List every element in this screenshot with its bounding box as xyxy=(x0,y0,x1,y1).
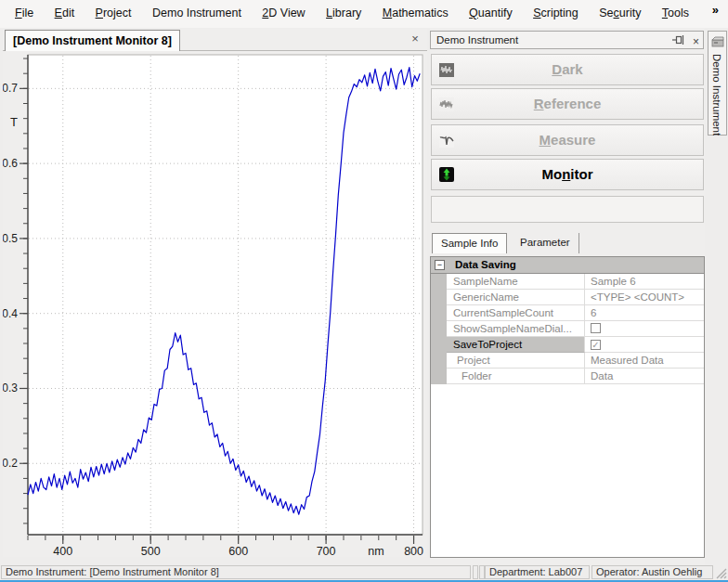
row-sample-name[interactable]: SampleName Sample 6 xyxy=(431,274,704,290)
instrument-panel: Demo Instrument × Dark Reference Measu xyxy=(430,28,705,564)
spectrum-plot: 0.20.30.40.50.60.7400500600700800Tnm xyxy=(3,51,427,557)
svg-text:800: 800 xyxy=(404,545,423,557)
property-label: Folder xyxy=(447,369,585,384)
property-label: SaveToProject xyxy=(447,337,585,353)
menu-tools[interactable]: Tools xyxy=(654,0,697,26)
reference-button-label: Reference xyxy=(534,96,602,111)
chart-tab-bar: [Demo Instrument Monitor 8] × xyxy=(3,29,427,51)
reference-button[interactable]: Reference xyxy=(431,88,704,120)
property-value[interactable]: 6 xyxy=(585,305,704,321)
property-group-label: Data Saving xyxy=(455,259,516,270)
tab-sample-info[interactable]: Sample Info xyxy=(432,233,507,253)
row-project[interactable]: Project Measured Data xyxy=(431,353,704,369)
chart-window-tab[interactable]: [Demo Instrument Monitor 8] xyxy=(5,30,180,51)
property-grid-empty-area xyxy=(431,384,704,557)
row-folder[interactable]: Folder Data xyxy=(431,369,704,384)
tab-parameter[interactable]: Parameter xyxy=(512,233,579,253)
toolbar-overflow-chevron-icon[interactable]: » xyxy=(712,0,719,20)
property-value[interactable]: Measured Data xyxy=(585,353,704,369)
checkbox-unchecked[interactable] xyxy=(591,323,601,333)
property-value: ✓ xyxy=(585,337,704,353)
sidetab-label: Demo Instrument xyxy=(711,54,722,136)
collapse-icon[interactable]: − xyxy=(435,260,445,270)
measure-button[interactable]: Measure xyxy=(431,124,704,156)
menu-mathematics[interactable]: Mathematics xyxy=(374,0,457,26)
svg-text:0.7: 0.7 xyxy=(3,82,18,95)
dark-button-label: Dark xyxy=(552,61,582,77)
svg-text:500: 500 xyxy=(141,545,161,557)
row-show-sample-name-dialog[interactable]: ShowSampleNameDial... xyxy=(431,321,704,337)
property-value[interactable]: Data xyxy=(585,369,704,384)
instrument-icon xyxy=(711,35,725,52)
svg-text:0.2: 0.2 xyxy=(3,457,18,470)
checkbox-checked[interactable]: ✓ xyxy=(591,340,601,350)
svg-text:0.6: 0.6 xyxy=(3,157,18,170)
instrument-panel-title: Demo Instrument xyxy=(436,34,518,45)
reference-icon xyxy=(439,97,455,112)
status-operator: Operator: Austin Oehlig xyxy=(592,565,713,579)
svg-text:nm: nm xyxy=(368,545,384,557)
instrument-panel-header: Demo Instrument × xyxy=(430,31,704,49)
property-group-data-saving[interactable]: − Data Saving xyxy=(431,257,704,274)
pin-icon[interactable] xyxy=(672,33,684,50)
row-current-sample-count[interactable]: CurrentSampleCount 6 xyxy=(431,305,704,321)
svg-text:700: 700 xyxy=(317,545,336,557)
monitor-button-label: Monitor xyxy=(541,166,592,182)
instrument-message-box xyxy=(431,196,704,223)
monitor-icon xyxy=(439,167,455,183)
menu-security[interactable]: Security xyxy=(591,0,649,26)
panel-close-icon[interactable]: × xyxy=(693,33,699,50)
property-value[interactable]: <TYPE> <COUNT> xyxy=(585,290,704,305)
svg-text:0.3: 0.3 xyxy=(3,382,18,394)
spectrum-chart: 0.20.30.40.50.60.7400500600700800Tnm xyxy=(3,51,427,557)
status-message: Demo Instrument: [Demo Instrument Monito… xyxy=(1,565,471,579)
monitor-button[interactable]: Monitor xyxy=(431,159,704,190)
monitor-chart-window: [Demo Instrument Monitor 8] × 0.20.30.40… xyxy=(3,29,427,557)
chart-close-icon[interactable]: × xyxy=(408,32,422,46)
dark-icon xyxy=(439,62,455,78)
property-label: Project xyxy=(447,353,585,369)
menu-library[interactable]: Library xyxy=(318,0,370,26)
sidetab-demo-instrument[interactable]: Demo Instrument xyxy=(708,31,727,136)
dark-button[interactable]: Dark xyxy=(431,54,704,85)
svg-text:T: T xyxy=(10,115,18,129)
property-value[interactable]: Sample 6 xyxy=(585,274,704,290)
menu-bar: File Edit Project Demo Instrument 2D Vie… xyxy=(0,0,728,28)
autohide-strip: Demo Instrument xyxy=(708,28,728,564)
status-bar: Demo Instrument: [Demo Instrument Monito… xyxy=(0,564,728,580)
status-department: Department: Lab007 xyxy=(485,565,590,579)
menu-project[interactable]: Project xyxy=(87,0,140,26)
status-spacer-1 xyxy=(473,565,478,579)
measure-button-label: Measure xyxy=(540,132,596,148)
property-grid: − Data Saving SampleName Sample 6 Generi… xyxy=(430,256,705,558)
property-label: CurrentSampleCount xyxy=(447,305,585,321)
menu-scripting[interactable]: Scripting xyxy=(525,0,587,26)
menu-edit[interactable]: Edit xyxy=(46,0,84,26)
measure-icon xyxy=(439,133,455,149)
panel-tabs: Sample Info Parameter xyxy=(430,231,705,253)
svg-text:0.5: 0.5 xyxy=(3,232,18,245)
menu-quantify[interactable]: Quantify xyxy=(461,0,521,26)
property-value xyxy=(585,321,704,337)
menu-demo-instrument[interactable]: Demo Instrument xyxy=(144,0,250,26)
svg-text:0.4: 0.4 xyxy=(3,307,18,320)
row-save-to-project[interactable]: SaveToProject ✓ xyxy=(431,337,704,353)
menu-file[interactable]: File xyxy=(6,0,42,26)
svg-text:600: 600 xyxy=(228,545,248,557)
property-label: GenericName xyxy=(447,290,585,305)
row-generic-name[interactable]: GenericName <TYPE> <COUNT> xyxy=(431,290,704,305)
property-label: ShowSampleNameDial... xyxy=(447,321,585,337)
menu-2d-view[interactable]: 2D View xyxy=(254,0,313,26)
svg-text:400: 400 xyxy=(53,545,72,557)
property-label: SampleName xyxy=(447,274,585,290)
